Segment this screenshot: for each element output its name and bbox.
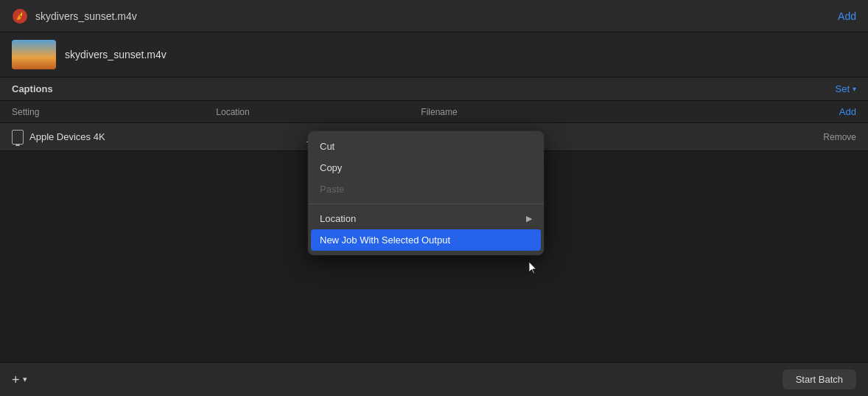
thumbnail-image <box>12 40 56 69</box>
col-location-header: Location <box>159 107 307 117</box>
menu-divider <box>308 204 544 204</box>
set-button[interactable]: Set ▾ <box>835 83 856 94</box>
set-label: Set <box>835 83 850 94</box>
start-batch-button[interactable]: Start Batch <box>783 369 856 389</box>
window-title: skydivers_sunset.m4v <box>35 10 137 22</box>
paste-label: Paste <box>320 184 344 195</box>
cut-label: Cut <box>320 141 335 152</box>
app-icon <box>12 8 28 24</box>
context-menu-new-job[interactable]: New Job With Selected Output <box>311 229 541 251</box>
location-label: Location <box>320 213 356 224</box>
svg-point-0 <box>13 9 27 24</box>
device-icon <box>12 130 24 145</box>
context-menu-copy[interactable]: Copy <box>308 157 544 178</box>
col-filename-header: Filename <box>365 107 513 117</box>
new-job-label: New Job With Selected Output <box>320 235 450 246</box>
bottom-bar: + ▾ Start Batch <box>0 362 868 396</box>
setting-name: Apple Devices 4K <box>29 131 105 142</box>
setting-cell: Apple Devices 4K <box>12 130 292 145</box>
context-menu-paste: Paste <box>308 178 544 200</box>
context-menu: Cut Copy Paste Location ▶ New Job With S… <box>308 131 544 255</box>
bottom-left: + ▾ <box>12 373 27 386</box>
title-bar-left: skydivers_sunset.m4v <box>12 8 137 24</box>
col-setting-header: Setting <box>12 107 159 117</box>
add-plus-button[interactable]: + <box>12 373 20 386</box>
file-thumbnail <box>12 40 56 69</box>
location-arrow-icon: ▶ <box>526 214 532 223</box>
file-name: skydivers_sunset.m4v <box>65 49 167 60</box>
set-chevron-icon: ▾ <box>853 85 856 93</box>
context-menu-location[interactable]: Location ▶ <box>308 208 544 229</box>
captions-header: Captions Set ▾ <box>0 77 868 101</box>
title-add-button[interactable]: Add <box>838 10 856 22</box>
copy-label: Copy <box>320 162 342 173</box>
add-chevron-icon[interactable]: ▾ <box>23 375 27 384</box>
col-add-button[interactable]: Add <box>839 106 856 117</box>
context-menu-cut[interactable]: Cut <box>308 136 544 157</box>
remove-button[interactable]: Remove <box>823 132 856 142</box>
title-bar: skydivers_sunset.m4v Add <box>0 0 868 32</box>
captions-label: Captions <box>12 83 53 94</box>
column-headers: Setting Location Filename Add <box>0 101 868 123</box>
file-row: skydivers_sunset.m4v <box>0 32 868 77</box>
